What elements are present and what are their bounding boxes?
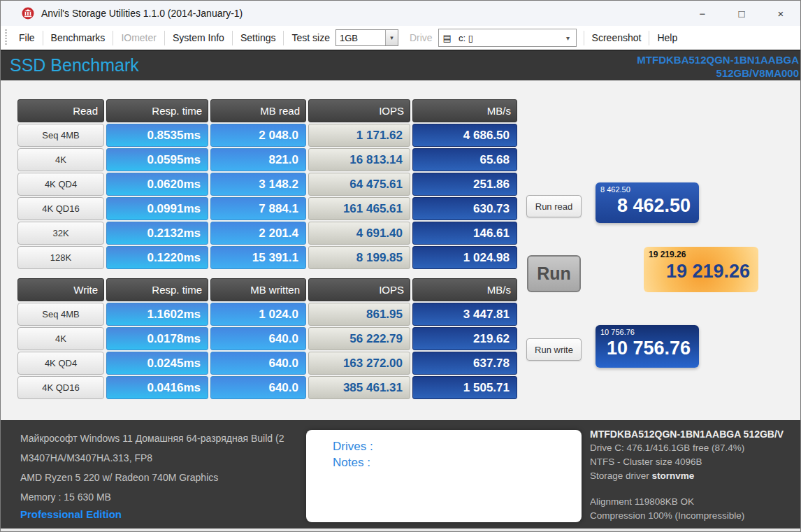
read-iops-value: 1 171.62 xyxy=(308,124,410,147)
menu-help[interactable]: Help xyxy=(649,26,685,50)
run-write-button[interactable]: Run write xyxy=(526,338,582,361)
run-read-button[interactable]: Run read xyxy=(526,195,582,217)
chevron-down-icon[interactable]: ▾ xyxy=(561,34,576,42)
total-score-large: 19 219.26 xyxy=(666,261,750,282)
drive-model-line2: 512GB/V8MA000 xyxy=(637,66,799,80)
read-mb-value: 2 201.4 xyxy=(210,222,306,245)
write-row-label: 4K QD4 xyxy=(17,352,104,375)
read-iops-value: 4 691.40 xyxy=(308,222,410,245)
read-resp-value: 0.0991ms xyxy=(106,197,208,220)
read-iops-value: 8 199.85 xyxy=(308,246,410,269)
write-table: Write Resp. time MB written IOPS MB/s Se… xyxy=(17,278,517,399)
memory-info: Memory : 15 630 MB xyxy=(20,487,310,507)
test-size-value: 1GB xyxy=(336,33,385,43)
drive-select[interactable]: ▤ c: ▯ ▾ xyxy=(438,29,577,47)
page-header: SSD Benchmark MTFDKBA512QGN-1BN1AABGA 51… xyxy=(1,50,800,80)
read-mbs-value: 146.61 xyxy=(412,222,517,245)
drive-model-info: MTFDKBA512QGN-1BN1AABGA 512GB/V xyxy=(590,427,801,441)
total-score-small: 19 219.26 xyxy=(649,250,686,259)
edition-label: Professional Edition xyxy=(20,508,122,520)
read-row-label: Seq 4MB xyxy=(17,124,104,147)
drives-notes-panel[interactable]: Drives : Notes : xyxy=(306,430,582,522)
read-mbs-value: 251.86 xyxy=(412,173,517,196)
write-header-mb: MB written xyxy=(210,278,306,301)
write-iops-value: 385 461.31 xyxy=(308,376,410,399)
menu-settings[interactable]: Settings xyxy=(233,26,284,50)
maximize-button[interactable]: □ xyxy=(722,1,761,26)
write-resp-value: 0.0416ms xyxy=(106,376,208,399)
menu-benchmarks[interactable]: Benchmarks xyxy=(43,26,113,50)
window-bottom-edge xyxy=(1,529,801,532)
board-info: M3407HA/M3407HA.313, FP8 xyxy=(20,448,310,468)
write-mbs-value: 1 505.71 xyxy=(412,376,517,399)
cpu-info: AMD Ryzen 5 220 w/ Radeon 740M Graphics xyxy=(20,468,310,487)
run-button[interactable]: Run xyxy=(527,255,581,292)
read-resp-value: 0.0595ms xyxy=(106,148,208,171)
write-header-mbs: MB/s xyxy=(412,278,517,301)
write-score-large: 10 756.76 xyxy=(607,338,691,359)
menu-file[interactable]: File xyxy=(11,26,43,50)
title-bar: Anvil's Storage Utilities 1.1.0 (2014-Ja… xyxy=(1,1,800,26)
write-resp-value: 0.0178ms xyxy=(106,327,208,350)
write-mbs-value: 3 447.81 xyxy=(412,303,517,326)
drive-icon: ▤ xyxy=(439,33,455,43)
menu-iometer: IOmeter xyxy=(113,26,164,50)
read-iops-value: 64 475.61 xyxy=(308,173,410,196)
app-icon xyxy=(22,7,34,20)
drive-model-line1: MTFDKBA512QGN-1BN1AABGA xyxy=(637,53,799,66)
read-iops-value: 16 813.14 xyxy=(308,148,410,171)
read-row-label: 4K QD4 xyxy=(17,173,104,196)
read-table: Read Resp. time MB read IOPS MB/s Seq 4M… xyxy=(17,99,517,269)
window-title: Anvil's Storage Utilities 1.1.0 (2014-Ja… xyxy=(41,8,243,19)
read-row-label: 32K xyxy=(17,222,104,245)
write-header-iops: IOPS xyxy=(308,278,410,301)
read-mb-value: 821.0 xyxy=(210,148,306,171)
read-resp-value: 0.0620ms xyxy=(106,173,208,196)
menu-screenshot[interactable]: Screenshot xyxy=(584,26,649,50)
compression-info: Compression 100% (Incompressible) xyxy=(590,509,801,523)
storage-driver-info: Storage driver stornvme xyxy=(590,469,801,483)
read-iops-value: 161 465.61 xyxy=(308,197,410,220)
read-mb-value: 7 884.1 xyxy=(210,197,306,220)
read-score-box: 8 462.50 8 462.50 xyxy=(596,182,699,223)
write-row-label: 4K QD16 xyxy=(17,376,104,399)
read-header-mbs: MB/s xyxy=(412,99,517,122)
read-resp-value: 0.2132ms xyxy=(106,222,208,245)
read-row-label: 4K xyxy=(17,148,104,171)
test-size-select[interactable]: 1GB ▾ xyxy=(335,29,398,46)
write-mbs-value: 637.78 xyxy=(412,352,517,375)
read-mbs-value: 1 024.98 xyxy=(412,246,517,269)
main-area: Read Resp. time MB read IOPS MB/s Seq 4M… xyxy=(1,80,800,419)
write-mbs-value: 219.62 xyxy=(412,327,517,350)
drive-label: Drive xyxy=(398,32,438,43)
write-resp-value: 1.1602ms xyxy=(106,303,208,326)
write-mb-value: 640.0 xyxy=(210,352,306,375)
notes-label: Notes : xyxy=(333,456,582,470)
read-mb-value: 15 391.1 xyxy=(210,246,306,269)
drive-model-header: MTFDKBA512QGN-1BN1AABGA 512GB/V8MA000 xyxy=(637,53,799,80)
system-info-block: Майкрософт Windows 11 Домашняя 64-разряд… xyxy=(20,429,310,507)
minimize-button[interactable]: − xyxy=(683,1,722,26)
read-header-label: Read xyxy=(17,99,104,122)
write-row-label: 4K xyxy=(17,327,104,350)
read-mb-value: 3 148.2 xyxy=(210,173,306,196)
read-mbs-value: 65.68 xyxy=(412,148,517,171)
read-mb-value: 2 048.0 xyxy=(210,124,306,147)
read-row-label: 128K xyxy=(17,246,104,269)
read-mbs-value: 630.73 xyxy=(412,197,517,220)
total-score-box: 19 219.26 19 219.26 xyxy=(644,247,758,292)
write-score-small: 10 756.76 xyxy=(600,328,635,336)
chevron-down-icon[interactable]: ▾ xyxy=(385,30,398,45)
write-resp-value: 0.0245ms xyxy=(106,352,208,375)
test-size-label: Test size xyxy=(284,32,335,43)
menu-bar: File Benchmarks IOmeter System Info Sett… xyxy=(1,26,800,50)
write-iops-value: 56 222.79 xyxy=(308,327,410,350)
write-header-label: Write xyxy=(17,278,104,301)
close-button[interactable]: × xyxy=(761,1,800,26)
menu-system-info[interactable]: System Info xyxy=(165,26,232,50)
write-row-label: Seq 4MB xyxy=(17,303,104,326)
write-mb-value: 1 024.0 xyxy=(210,303,306,326)
drive-value: c: ▯ xyxy=(455,33,561,43)
drive-filesystem-info: NTFS - Cluster size 4096B xyxy=(590,455,801,469)
write-iops-value: 163 272.00 xyxy=(308,352,410,375)
